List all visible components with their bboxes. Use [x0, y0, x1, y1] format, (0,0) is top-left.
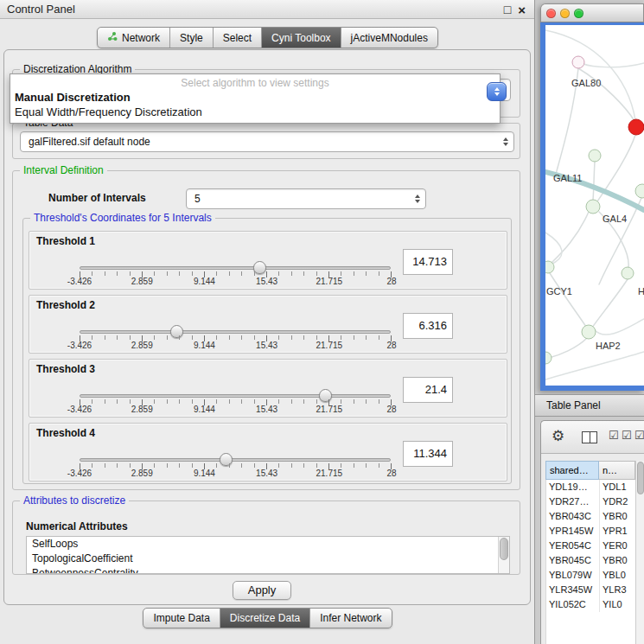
slider-track[interactable]: [80, 394, 391, 398]
table-row[interactable]: YDR27…YDR2: [546, 494, 635, 509]
tab-infer-network[interactable]: Infer Network: [309, 609, 391, 628]
tab-discretize-data[interactable]: Discretize Data: [220, 609, 309, 628]
threshold-1-value[interactable]: 14.713: [403, 249, 453, 275]
tab-label: Network: [122, 32, 160, 44]
dropdown-option-equal-width[interactable]: Equal Width/Frequency Discretization: [10, 105, 500, 119]
network-edge[interactable]: [550, 273, 586, 327]
table-row[interactable]: YBR045CYBR0: [546, 553, 635, 568]
float-window-icon[interactable]: □: [504, 3, 511, 16]
network-edge[interactable]: [594, 319, 644, 335]
close-icon[interactable]: ×: [518, 3, 526, 17]
tab-style[interactable]: Style: [169, 28, 213, 48]
network-edge[interactable]: [545, 352, 644, 379]
column-view-icon[interactable]: [582, 431, 597, 443]
network-node[interactable]: [545, 261, 554, 273]
zoom-traffic-light[interactable]: [574, 9, 583, 18]
tick-label: 9.144: [194, 277, 215, 286]
network-edge[interactable]: [545, 233, 562, 265]
num-intervals-select[interactable]: 5: [186, 188, 426, 209]
network-edge[interactable]: [545, 30, 635, 120]
tick-label: -3.426: [67, 469, 92, 478]
network-node[interactable]: [635, 184, 644, 198]
tick-label: -3.426: [67, 405, 92, 414]
list-item[interactable]: SelfLoops: [27, 537, 509, 552]
scrollbar-thumb[interactable]: [500, 538, 508, 560]
right-panels: GAL80GAL11GAL4GCY1HHAP2 Table Panel ⚙ ☑ …: [535, 0, 644, 644]
cell-shared-name: YBR043C: [546, 509, 600, 524]
threshold-label: Threshold 3: [36, 363, 95, 375]
tab-impute-data[interactable]: Impute Data: [143, 609, 219, 628]
network-edge[interactable]: [551, 212, 589, 264]
cyni-toolbox-panel: Discretization Algorithm Select algorith…: [3, 49, 531, 605]
cell-shared-name: YDR27…: [546, 494, 600, 509]
network-edge[interactable]: [599, 198, 641, 284]
column-header-shared-name[interactable]: shared…: [545, 461, 599, 480]
dropdown-option-manual[interactable]: Manual Discretization: [10, 90, 500, 105]
threshold-2-panel: Threshold 2 -3.4262.8599.14415.4321.7152…: [29, 295, 507, 354]
network-edge[interactable]: [592, 279, 628, 328]
network-node[interactable]: [586, 200, 600, 214]
network-node[interactable]: [545, 352, 552, 364]
cell-name: YIL0: [600, 597, 635, 612]
table-row[interactable]: YBR043CYBR0: [546, 509, 635, 524]
threshold-3-value[interactable]: 21.4: [403, 377, 453, 403]
network-edge[interactable]: [583, 63, 644, 67]
checkbox-icon[interactable]: ☑: [609, 429, 619, 442]
network-edge[interactable]: [578, 68, 634, 121]
network-node[interactable]: [628, 119, 644, 135]
slider-track[interactable]: [80, 266, 391, 270]
network-edge[interactable]: [549, 338, 587, 358]
network-selected-frame: GAL80GAL11GAL4GCY1HHAP2: [540, 22, 644, 391]
network-node[interactable]: [589, 150, 601, 162]
table-header-row: shared… n…: [545, 461, 635, 480]
tab-label: Style: [180, 32, 203, 44]
tab-cyni-toolbox[interactable]: Cyni Toolbox: [261, 28, 340, 48]
combo-button-icon[interactable]: [487, 82, 507, 101]
checkbox-icon[interactable]: ☑: [622, 429, 632, 442]
window-title: Control Panel: [7, 3, 75, 16]
list-item[interactable]: TopologicalCoefficient: [27, 552, 509, 566]
network-node[interactable]: [572, 56, 584, 68]
network-edge[interactable]: [593, 162, 595, 200]
interval-definition-group: Interval Definition Number of Intervals …: [12, 170, 520, 490]
tick-label: 9.144: [194, 469, 215, 478]
slider-track[interactable]: [80, 330, 391, 334]
table-scrollbar[interactable]: [635, 461, 644, 644]
checkbox-icon[interactable]: ☑: [634, 429, 644, 442]
tab-select[interactable]: Select: [213, 28, 261, 48]
table-row[interactable]: YDL19…YDL1: [546, 480, 635, 494]
apply-button[interactable]: Apply: [233, 581, 291, 600]
tick-label: 28: [386, 405, 396, 414]
table-row[interactable]: YER054CYER0: [546, 539, 635, 553]
column-header-name[interactable]: n…: [599, 461, 635, 480]
tab-jactivemnodules[interactable]: jActiveMNodules: [341, 28, 437, 48]
network-node[interactable]: [622, 267, 634, 279]
dropdown-placeholder: Select algorithm to view settings: [10, 74, 500, 90]
table-row[interactable]: YPR145WYPR1: [546, 524, 635, 539]
cell-name: YER0: [600, 539, 635, 553]
tick-label: 15.43: [256, 469, 277, 478]
tick-label: 15.43: [256, 405, 277, 414]
close-traffic-light[interactable]: [546, 9, 556, 18]
table-body: YDL19…YDL1YDR27…YDR2YBR043CYBR0YPR145WYP…: [545, 480, 635, 644]
network-canvas[interactable]: GAL80GAL11GAL4GCY1HHAP2: [545, 25, 644, 386]
table-row[interactable]: YIL052CYIL0: [546, 597, 635, 612]
stepper-arrows-icon: [415, 194, 420, 203]
threshold-4-value[interactable]: 11.344: [403, 441, 453, 467]
network-view-window: GAL80GAL11GAL4GCY1HHAP2: [540, 3, 644, 391]
threshold-label: Threshold 4: [36, 427, 95, 439]
table-data-select[interactable]: galFiltered.sif default node: [20, 131, 514, 152]
slider-track[interactable]: [80, 458, 391, 462]
scrollbar-thumb[interactable]: [637, 462, 644, 494]
gear-icon[interactable]: ⚙: [552, 427, 564, 445]
table-row[interactable]: YLR345WYLR3: [546, 583, 635, 597]
numerical-attributes-label: Numerical Attributes: [26, 520, 128, 532]
threshold-2-value[interactable]: 6.316: [403, 313, 453, 339]
tick-label: -3.426: [67, 277, 92, 286]
attributes-scrollbar[interactable]: [498, 537, 509, 573]
list-item[interactable]: BetweennessCentrality: [27, 566, 509, 574]
minimize-traffic-light[interactable]: [560, 9, 570, 18]
table-row[interactable]: YBL079WYBL0: [546, 568, 635, 583]
tab-network[interactable]: Network: [98, 28, 169, 48]
network-node[interactable]: [582, 325, 596, 339]
